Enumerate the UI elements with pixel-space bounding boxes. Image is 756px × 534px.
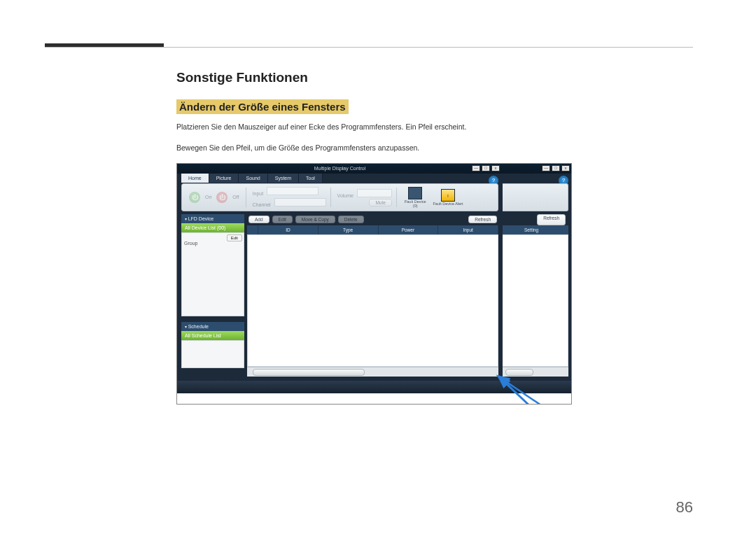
sidebar-edit-button[interactable]: Edit (227, 234, 242, 241)
paragraph-2: Bewegen Sie den Pfeil, um die Größe des … (176, 142, 624, 155)
volume-label: Volume (337, 193, 354, 198)
monitor-icon (408, 187, 422, 199)
sidebar-group-area: Group Edit (181, 232, 244, 316)
embedded-screenshot: Multiple Display Control — □ x Home Pict… (176, 163, 572, 405)
main-tabs: Home Picture Sound System Tool (181, 174, 323, 183)
title-bar-2: — □ x (503, 164, 572, 174)
app-title: Multiple Display Control (314, 166, 366, 171)
sidebar: LFD Device All Device List (00) Group Ed… (181, 214, 244, 377)
col-power: Power (379, 225, 439, 234)
fault-device-indicator[interactable]: Fault Device (0) (405, 187, 426, 208)
action-button-row: Add Edit Move & Copy Delete Refresh (247, 214, 498, 225)
input-label: Input (253, 191, 264, 196)
col-input: Input (438, 225, 498, 234)
window-controls: — □ x (472, 165, 500, 171)
edit-button[interactable]: Edit (272, 216, 293, 223)
scrollbar-thumb[interactable] (253, 369, 365, 376)
app-window-large-strip: — □ x ? Refresh Setting (503, 164, 572, 381)
table-header: ID Type Power Input (247, 225, 498, 234)
sidebar-schedule-area (181, 340, 244, 368)
minimize-button[interactable]: — (542, 165, 550, 171)
fault-alert-label: Fault Device Alert (433, 202, 463, 206)
main-panel: Add Edit Move & Copy Delete Refresh ID T… (247, 214, 498, 377)
tab-sound[interactable]: Sound (239, 174, 267, 183)
horizontal-scrollbar-2[interactable] (503, 367, 568, 377)
refresh-button[interactable]: Refresh (468, 216, 497, 223)
page-heading: Sonstige Funktionen (176, 70, 624, 85)
device-grid-extension (503, 234, 568, 367)
sidebar-all-schedule-list[interactable]: All Schedule List (181, 331, 244, 340)
table-header-extension: Setting (503, 225, 568, 234)
fault-device-count: (0) (413, 204, 418, 208)
off-label: Off (232, 195, 239, 199)
col-checkbox[interactable] (247, 225, 258, 234)
device-grid (247, 234, 498, 367)
scrollbar-thumb[interactable] (505, 369, 533, 376)
title-bar: Multiple Display Control — □ x (177, 164, 503, 174)
warning-icon (441, 189, 455, 202)
app-window-small: Multiple Display Control — □ x Home Pict… (177, 164, 503, 381)
page-subheading: Ändern der Größe eines Fensters (176, 99, 349, 114)
maximize-button[interactable]: □ (552, 165, 560, 171)
header-rule (45, 47, 693, 48)
paragraph-1: Platzieren Sie den Mauszeiger auf einer … (176, 121, 624, 134)
status-bar-large (177, 381, 571, 393)
tab-picture[interactable]: Picture (209, 174, 239, 183)
toolbar-separator (396, 188, 397, 207)
col-more (560, 225, 568, 234)
sidebar-lfd-header[interactable]: LFD Device (181, 214, 244, 223)
col-setting: Setting (503, 225, 560, 234)
toolbar-extension (503, 183, 568, 211)
power-off-button[interactable]: ⏻ (216, 192, 227, 203)
close-button[interactable]: x (491, 165, 500, 171)
channel-label: Channel (253, 202, 271, 207)
add-button[interactable]: Add (248, 216, 270, 223)
refresh-button-2[interactable]: Refresh (537, 214, 566, 225)
tab-system[interactable]: System (268, 174, 299, 183)
page-body: Sonstige Funktionen Ändern der Größe ein… (176, 70, 624, 405)
sidebar-all-device-list[interactable]: All Device List (00) (181, 223, 244, 232)
input-dropdown[interactable] (267, 187, 318, 195)
page-number: 86 (676, 498, 693, 517)
action-button-row-2: Refresh (503, 214, 568, 225)
tab-tool[interactable]: Tool (299, 174, 323, 183)
maximize-button[interactable]: □ (482, 165, 490, 171)
col-type: Type (318, 225, 379, 234)
channel-dropdown[interactable] (274, 198, 326, 206)
mute-button[interactable]: Mute (369, 199, 391, 206)
power-on-button[interactable]: ⏻ (189, 192, 200, 203)
toolbar-separator (330, 188, 331, 207)
volume-slider[interactable] (357, 189, 392, 197)
col-id: ID (258, 225, 318, 234)
on-label: On (205, 195, 211, 199)
move-copy-button[interactable]: Move & Copy (295, 216, 335, 223)
sidebar-schedule-header[interactable]: Schedule (181, 322, 244, 331)
home-toolbar: ⏻ On ⏻ Off Input Channel Volume Mute Fau (181, 183, 498, 211)
close-button[interactable]: x (561, 165, 570, 171)
fault-alert-indicator[interactable]: Fault Device Alert (433, 189, 463, 206)
toolbar-separator (246, 188, 246, 207)
horizontal-scrollbar[interactable] (247, 367, 498, 377)
delete-button[interactable]: Delete (338, 216, 364, 223)
sidebar-group-label: Group (184, 241, 197, 246)
window-controls-2: — □ x (542, 165, 570, 171)
tab-home[interactable]: Home (181, 174, 209, 183)
minimize-button[interactable]: — (472, 165, 480, 171)
